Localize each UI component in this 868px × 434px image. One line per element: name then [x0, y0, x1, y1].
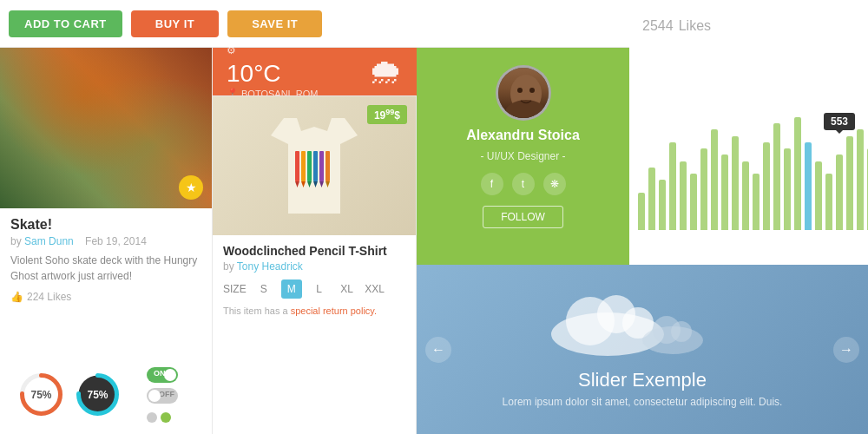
- toggles-area: ON OFF: [147, 367, 178, 423]
- social-icons: f t ❋: [481, 173, 566, 195]
- svg-rect-10: [301, 151, 306, 181]
- chart-bar-10: [742, 161, 749, 230]
- toggle-on-label: ON: [154, 369, 166, 378]
- size-label: SIZE: [223, 283, 247, 295]
- product-info: Woodclinched Pencil T-Shirt by Tony Head…: [213, 235, 416, 325]
- progress-area: 75% 75%: [10, 364, 132, 425]
- toggle-on-row: ON: [147, 367, 178, 383]
- star-badge[interactable]: ★: [179, 175, 203, 200]
- chart-bar-17: [815, 161, 822, 230]
- skate-date: Feb 19, 2014: [85, 235, 147, 247]
- profile-title: - UI/UX Designer -: [480, 150, 565, 162]
- slider-arrow-right[interactable]: →: [833, 337, 859, 363]
- size-l[interactable]: L: [309, 279, 330, 299]
- chart-bar-16: [805, 142, 812, 230]
- product-image: 1999$: [213, 96, 416, 235]
- skate-title: Skate!: [10, 217, 201, 233]
- chart-bar-12: [763, 142, 770, 230]
- save-it-button[interactable]: SAVE IT: [227, 10, 322, 37]
- chart-bar-8: [721, 155, 728, 230]
- product-card: 1999$: [213, 95, 417, 434]
- price-badge: 1999$: [367, 105, 407, 124]
- chart-bar-4: [680, 161, 687, 230]
- color-dot-green[interactable]: [161, 412, 171, 423]
- svg-rect-14: [326, 151, 330, 181]
- svg-rect-13: [319, 151, 324, 181]
- bar-tooltip: 553: [824, 113, 855, 130]
- svg-rect-12: [313, 151, 318, 181]
- weather-card: ⚙ 10°C 📍 BOTOSANI, ROM 🌧: [213, 48, 417, 95]
- toggle-on[interactable]: ON: [147, 367, 178, 383]
- facebook-icon[interactable]: f: [481, 173, 503, 195]
- chart-bar-9: [732, 136, 739, 230]
- progress-circle-teal: 75%: [74, 371, 122, 418]
- slider-arrow-left[interactable]: ←: [425, 337, 451, 363]
- chart-bar-14: [784, 148, 791, 230]
- slider-description: Lorem ipsum dolor sit amet, consectetur …: [417, 396, 868, 408]
- svg-point-27: [671, 321, 692, 342]
- likes-display: 2544 Likes: [642, 13, 855, 36]
- chart-bar-18: [825, 174, 832, 230]
- skate-author[interactable]: Sam Dunn: [24, 235, 74, 247]
- product-author: by Tony Headrick: [223, 260, 405, 273]
- skate-image: ★: [0, 48, 212, 208]
- dribbble-icon[interactable]: ❋: [543, 173, 566, 195]
- add-to-cart-button[interactable]: ADD TO CART: [9, 10, 122, 37]
- follow-button[interactable]: FOLLOW: [483, 206, 563, 228]
- chart-bar-19: [836, 155, 843, 230]
- buy-it-button[interactable]: BUY IT: [131, 10, 219, 37]
- toggle-off-label: OFF: [159, 390, 174, 398]
- twitter-icon[interactable]: t: [512, 173, 535, 195]
- svg-rect-11: [307, 151, 312, 181]
- toggle-off-row: OFF: [147, 388, 178, 404]
- profile-card: Alexandru Stoica - UI/UX Designer - f t …: [417, 48, 629, 265]
- avatar-face: [498, 68, 549, 118]
- chart-bar-1: [648, 168, 655, 230]
- chart-bar-11: [753, 174, 760, 230]
- weather-temp: 10°C: [227, 60, 318, 88]
- chart-bar-2: [659, 180, 666, 230]
- slider-title: Slider Exemple: [417, 369, 868, 391]
- svg-point-7: [529, 88, 535, 93]
- skate-description: Violent Soho skate deck with the Hungry …: [10, 253, 201, 284]
- product-note: This item has a special return policy.: [223, 306, 405, 316]
- avatar: [496, 65, 551, 121]
- progress-label-teal: 75%: [74, 371, 122, 418]
- chart-bar-3: [669, 142, 676, 230]
- svg-point-6: [517, 88, 523, 93]
- progress-label-orange: 75%: [17, 371, 65, 418]
- weather-left: ⚙ 10°C 📍 BOTOSANI, ROM: [227, 44, 318, 99]
- gear-icon: ⚙: [227, 44, 318, 56]
- slider-text: Slider Exemple Lorem ipsum dolor sit ame…: [417, 369, 868, 408]
- cloud-group: [538, 278, 712, 359]
- chart-bar-5: [690, 174, 697, 230]
- chart-bar-15: [794, 117, 801, 230]
- chart-bar-7: [711, 129, 718, 230]
- size-xl[interactable]: XL: [337, 279, 358, 299]
- skate-meta: by Sam Dunn Feb 19, 2014: [10, 235, 201, 247]
- chart-bar-0: [638, 193, 645, 230]
- product-author-link[interactable]: Tony Headrick: [237, 260, 303, 273]
- size-selector: SIZE S M L XL XXL: [223, 279, 405, 299]
- svg-rect-9: [295, 151, 299, 181]
- color-dot-gray[interactable]: [147, 412, 157, 423]
- chart-header: 2544 Likes: [629, 0, 868, 95]
- product-name: Woodclinched Pencil T-Shirt: [223, 244, 405, 258]
- skate-card: ★ Skate! by Sam Dunn Feb 19, 2014 Violen…: [0, 48, 213, 434]
- profile-name: Alexandru Stoica: [466, 128, 580, 143]
- chart-bar-13: [773, 123, 780, 230]
- tshirt-visual: [271, 118, 358, 214]
- size-m[interactable]: M: [281, 279, 302, 299]
- chart-bar-21: [857, 129, 864, 230]
- weather-icon: 🌧: [368, 52, 403, 91]
- return-policy-link[interactable]: special return policy.: [291, 306, 377, 316]
- skate-likes: 👍 224 Likes: [10, 291, 201, 303]
- size-xxl[interactable]: XXL: [365, 279, 385, 299]
- size-s[interactable]: S: [253, 279, 274, 299]
- chart-bar-20: [846, 136, 853, 230]
- color-dots: [147, 412, 178, 423]
- chart-bar-6: [700, 148, 707, 230]
- toggle-off[interactable]: OFF: [147, 388, 178, 404]
- progress-circle-orange: 75%: [17, 371, 65, 418]
- card-footer: 75% 75% ON: [0, 355, 212, 434]
